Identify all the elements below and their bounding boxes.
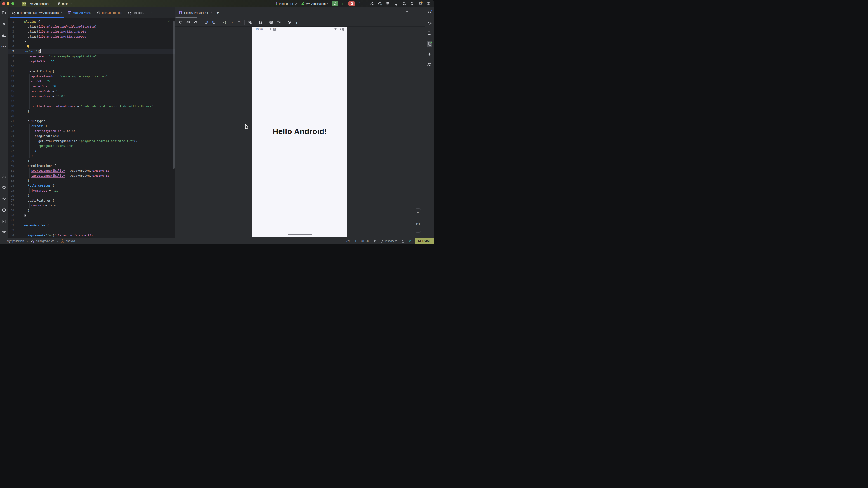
volume-up-button[interactable] bbox=[185, 20, 191, 25]
code-line[interactable]: 39 } bbox=[8, 208, 175, 213]
home-button[interactable]: ○ bbox=[229, 20, 235, 25]
code-line[interactable]: 15 versionCode = 1 bbox=[8, 89, 175, 94]
code-line[interactable]: 10 bbox=[8, 64, 175, 69]
build-variants-button[interactable] bbox=[385, 1, 391, 6]
code-line[interactable]: 5} bbox=[8, 39, 175, 44]
project-selector[interactable]: My Application bbox=[28, 1, 53, 6]
project-tool-button[interactable] bbox=[1, 10, 7, 15]
run-configuration-selector[interactable]: My_Application bbox=[299, 1, 330, 6]
window-controls[interactable] bbox=[2, 2, 14, 5]
problems-tool-button[interactable] bbox=[1, 207, 7, 213]
code-line[interactable]: 8 namespace = "com.example.myapplication… bbox=[8, 54, 175, 59]
code-line[interactable]: 4 alias(libs.plugins.kotlin.compose) bbox=[8, 34, 175, 39]
running-devices-tool-button[interactable] bbox=[427, 41, 432, 47]
code-line[interactable]: 23 isMinifyEnabled = false bbox=[8, 129, 175, 133]
code-line[interactable]: 17 bbox=[8, 99, 175, 104]
screenshot-button[interactable] bbox=[268, 20, 274, 25]
volume-down-button[interactable] bbox=[193, 20, 198, 25]
tab-options-kebab-icon[interactable]: ⋮ bbox=[155, 11, 159, 14]
resource-manager-tool-button[interactable] bbox=[1, 32, 7, 38]
code-line[interactable]: 28 } bbox=[8, 153, 175, 158]
app-quality-insights-tool-button[interactable] bbox=[1, 185, 7, 191]
settings-button[interactable] bbox=[417, 1, 424, 6]
vcs-branch-selector[interactable]: main bbox=[56, 1, 73, 6]
version-control-tool-button[interactable] bbox=[1, 230, 7, 236]
tab-local-properties[interactable]: local.properties bbox=[94, 7, 125, 18]
logcat-tool-button[interactable] bbox=[1, 196, 7, 202]
code-line[interactable]: 19 } bbox=[8, 109, 175, 113]
device-settings-button[interactable] bbox=[257, 20, 264, 25]
tab-settings-gradle[interactable]: settings.g bbox=[125, 7, 148, 18]
code-line[interactable]: 36 } bbox=[8, 193, 175, 198]
hardware-input-button[interactable] bbox=[247, 20, 253, 25]
code-line[interactable]: 30 compileOptions { bbox=[8, 163, 175, 168]
rotate-left-button[interactable] bbox=[203, 20, 209, 25]
maximize-window-button[interactable] bbox=[11, 2, 14, 5]
device-screen[interactable]: 10:20 A bbox=[252, 27, 347, 237]
screen-record-button[interactable] bbox=[276, 20, 281, 25]
code-line[interactable]: 11 defaultConfig { bbox=[8, 69, 175, 74]
device-selector[interactable]: Pixel 9 Pro bbox=[273, 1, 298, 6]
device-tab[interactable]: Pixel 9 Pro API 34 × bbox=[179, 11, 212, 15]
code-line[interactable]: 35 jvmTarget = "11" bbox=[8, 188, 175, 193]
indent-widget[interactable]: 2 spaces* bbox=[380, 239, 397, 243]
editor-scrollbar[interactable] bbox=[173, 21, 175, 169]
intention-bulb-icon[interactable] bbox=[27, 45, 29, 47]
code-line[interactable]: 43 bbox=[8, 228, 175, 233]
code-line[interactable]: 7android { bbox=[8, 49, 175, 54]
code-line[interactable]: 3 alias(libs.plugins.kotlin.android) bbox=[8, 29, 175, 34]
rerun-tests-button[interactable]: A bbox=[377, 1, 383, 6]
rotate-right-button[interactable] bbox=[211, 20, 217, 25]
code-line[interactable]: 32 targetCompatibility = JavaVersion.VER… bbox=[8, 173, 175, 178]
firebase-test-tool-button[interactable] bbox=[427, 62, 432, 68]
debug-button[interactable] bbox=[340, 1, 346, 6]
code-line[interactable]: 26 "proguard-rules.pro" bbox=[8, 143, 175, 149]
code-line[interactable]: 1plugins { bbox=[8, 19, 175, 24]
code-line[interactable]: 6 bbox=[8, 44, 175, 49]
zoom-to-fit-button[interactable] bbox=[416, 228, 419, 230]
profile-button[interactable] bbox=[426, 1, 432, 6]
code-line[interactable]: 13 minSdk = 24 bbox=[8, 79, 175, 84]
gesture-navigation-handle[interactable] bbox=[288, 234, 312, 235]
minimize-window-button[interactable] bbox=[7, 2, 9, 5]
rerun-button[interactable] bbox=[332, 1, 338, 6]
build-tool-button[interactable] bbox=[1, 173, 7, 179]
code-line[interactable]: 37 buildFeatures { bbox=[8, 198, 175, 203]
open-in-window-icon[interactable] bbox=[405, 11, 409, 14]
code-line[interactable]: 44 implementation(libs.androidx.core.ktx… bbox=[8, 233, 175, 238]
sync-gradle-button[interactable] bbox=[401, 1, 407, 6]
breadcrumb[interactable]: MyApplication › build.gradle.kts › λ and… bbox=[3, 239, 75, 243]
tab-list-chevron-icon[interactable] bbox=[151, 11, 153, 13]
code-line[interactable]: 40} bbox=[8, 213, 175, 218]
zoom-actual-size-button[interactable]: 1:1 bbox=[415, 222, 420, 225]
close-icon[interactable]: × bbox=[61, 11, 63, 14]
caret-position-widget[interactable]: 7:9 bbox=[346, 239, 350, 242]
stop-button[interactable] bbox=[348, 1, 355, 6]
back-button[interactable]: ◁ bbox=[221, 20, 227, 25]
code-line[interactable]: 29 } bbox=[8, 158, 175, 163]
terminal-tool-button[interactable] bbox=[1, 219, 7, 224]
build-button[interactable] bbox=[368, 1, 375, 6]
code-line[interactable]: 20 bbox=[8, 113, 175, 119]
code-line[interactable]: 16 versionName = "1.0" bbox=[8, 94, 175, 99]
code-line[interactable]: 14 targetSdk = 36 bbox=[8, 84, 175, 89]
code-editor[interactable]: 1plugins {2 alias(libs.plugins.android.a… bbox=[8, 18, 175, 238]
tab-mainactivity[interactable]: MainActivity.kt bbox=[65, 7, 94, 18]
code-line[interactable]: 25 getDefaultProguardFile("proguard-andr… bbox=[8, 138, 175, 143]
code-line[interactable]: 22 release { bbox=[8, 124, 175, 129]
hide-panel-button[interactable]: − bbox=[419, 11, 421, 15]
close-icon[interactable]: × bbox=[211, 11, 213, 14]
inspections-ok-icon[interactable]: ✓ bbox=[167, 20, 170, 24]
code-line[interactable]: 21 buildTypes { bbox=[8, 119, 175, 124]
overview-button[interactable]: □ bbox=[236, 20, 242, 25]
profiler-button[interactable] bbox=[393, 1, 399, 6]
code-line[interactable]: 27 ) bbox=[8, 149, 175, 153]
breadcrumb-symbol[interactable]: android bbox=[66, 239, 75, 242]
code-line[interactable]: 12 applicationId = "com.example.myapplic… bbox=[8, 74, 175, 79]
more-actions-button[interactable]: ⋮ bbox=[357, 1, 363, 6]
zoom-out-button[interactable]: − bbox=[417, 217, 418, 220]
device-manager-tool-button[interactable] bbox=[427, 31, 432, 36]
ai-assist-disabled-icon[interactable] bbox=[373, 239, 376, 243]
code-line[interactable]: 2 alias(libs.plugins.android.application… bbox=[8, 24, 175, 29]
code-line[interactable]: 31 sourceCompatibility = JavaVersion.VER… bbox=[8, 168, 175, 173]
